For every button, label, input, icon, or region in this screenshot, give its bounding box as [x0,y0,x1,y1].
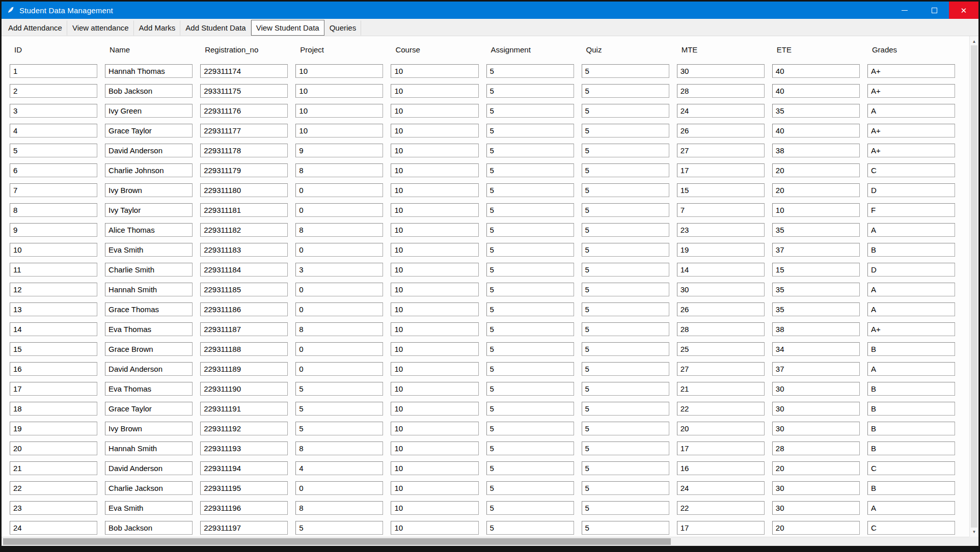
cell-id-row-23[interactable] [10,501,97,515]
cell-id-row-10[interactable] [10,243,97,257]
cell-grades-row-7[interactable] [867,183,955,197]
cell-registration_no-row-16[interactable] [200,362,288,376]
cell-id-row-21[interactable] [10,461,97,475]
cell-project-row-15[interactable] [295,342,383,356]
cell-ete-row-6[interactable] [772,163,860,177]
cell-assignment-row-8[interactable] [486,203,574,217]
tab-add-attendance[interactable]: Add Attendance [3,20,67,36]
cell-course-row-14[interactable] [391,322,478,336]
cell-id-row-22[interactable] [10,481,97,495]
cell-registration_no-row-15[interactable] [200,342,288,356]
tab-add-student-data[interactable]: Add Student Data [180,20,251,36]
cell-course-row-15[interactable] [391,342,478,356]
cell-ete-row-17[interactable] [772,382,860,396]
cell-project-row-22[interactable] [295,481,383,495]
cell-quiz-row-7[interactable] [582,183,669,197]
cell-registration_no-row-13[interactable] [200,302,288,316]
cell-course-row-23[interactable] [391,501,478,515]
cell-course-row-5[interactable] [391,144,478,157]
cell-registration_no-row-20[interactable] [200,441,288,455]
cell-quiz-row-18[interactable] [582,402,669,416]
cell-id-row-2[interactable] [10,84,97,98]
cell-ete-row-2[interactable] [772,84,860,98]
chevron-up-icon[interactable]: ▲ [970,37,978,45]
cell-registration_no-row-21[interactable] [200,461,288,475]
cell-id-row-12[interactable] [10,283,97,296]
cell-assignment-row-22[interactable] [486,481,574,495]
tab-queries[interactable]: Queries [324,20,362,36]
cell-registration_no-row-10[interactable] [200,243,288,257]
cell-id-row-13[interactable] [10,302,97,316]
cell-assignment-row-7[interactable] [486,183,574,197]
cell-ete-row-8[interactable] [772,203,860,217]
cell-ete-row-19[interactable] [772,422,860,435]
cell-project-row-24[interactable] [295,521,383,535]
cell-quiz-row-4[interactable] [582,124,669,137]
cell-id-row-24[interactable] [10,521,97,535]
cell-project-row-8[interactable] [295,203,383,217]
cell-grades-row-24[interactable] [867,521,955,535]
cell-project-row-10[interactable] [295,243,383,257]
cell-ete-row-18[interactable] [772,402,860,416]
cell-name-row-1[interactable] [105,64,193,78]
cell-registration_no-row-1[interactable] [200,64,288,78]
cell-assignment-row-11[interactable] [486,263,574,277]
cell-name-row-2[interactable] [105,84,193,98]
cell-ete-row-22[interactable] [772,481,860,495]
cell-ete-row-16[interactable] [772,362,860,376]
cell-id-row-3[interactable] [10,104,97,118]
cell-project-row-6[interactable] [295,163,383,177]
tab-add-marks[interactable]: Add Marks [134,20,181,36]
cell-course-row-12[interactable] [391,283,478,296]
cell-ete-row-15[interactable] [772,342,860,356]
cell-registration_no-row-8[interactable] [200,203,288,217]
cell-course-row-2[interactable] [391,84,478,98]
cell-grades-row-16[interactable] [867,362,955,376]
cell-grades-row-12[interactable] [867,283,955,296]
cell-ete-row-5[interactable] [772,144,860,157]
cell-course-row-24[interactable] [391,521,478,535]
cell-course-row-9[interactable] [391,223,478,237]
cell-mte-row-13[interactable] [677,302,765,316]
cell-assignment-row-10[interactable] [486,243,574,257]
cell-quiz-row-13[interactable] [582,302,669,316]
cell-mte-row-9[interactable] [677,223,765,237]
cell-registration_no-row-23[interactable] [200,501,288,515]
cell-project-row-11[interactable] [295,263,383,277]
cell-id-row-11[interactable] [10,263,97,277]
cell-registration_no-row-19[interactable] [200,422,288,435]
cell-quiz-row-17[interactable] [582,382,669,396]
cell-course-row-1[interactable] [391,64,478,78]
cell-ete-row-11[interactable] [772,263,860,277]
cell-quiz-row-5[interactable] [582,144,669,157]
cell-grades-row-23[interactable] [867,501,955,515]
vertical-scrollbar[interactable]: ▲ ▼ [969,36,978,537]
cell-quiz-row-1[interactable] [582,64,669,78]
cell-id-row-14[interactable] [10,322,97,336]
cell-name-row-8[interactable] [105,203,193,217]
cell-name-row-18[interactable] [105,402,193,416]
cell-mte-row-22[interactable] [677,481,765,495]
cell-grades-row-14[interactable] [867,322,955,336]
cell-project-row-21[interactable] [295,461,383,475]
cell-quiz-row-14[interactable] [582,322,669,336]
cell-grades-row-17[interactable] [867,382,955,396]
cell-registration_no-row-14[interactable] [200,322,288,336]
cell-mte-row-1[interactable] [677,64,765,78]
cell-course-row-10[interactable] [391,243,478,257]
cell-assignment-row-5[interactable] [486,144,574,157]
cell-id-row-8[interactable] [10,203,97,217]
cell-quiz-row-22[interactable] [582,481,669,495]
cell-course-row-8[interactable] [391,203,478,217]
cell-assignment-row-23[interactable] [486,501,574,515]
cell-assignment-row-24[interactable] [486,521,574,535]
cell-name-row-19[interactable] [105,422,193,435]
cell-ete-row-1[interactable] [772,64,860,78]
cell-mte-row-6[interactable] [677,163,765,177]
cell-assignment-row-15[interactable] [486,342,574,356]
cell-course-row-22[interactable] [391,481,478,495]
cell-name-row-5[interactable] [105,144,193,157]
cell-mte-row-8[interactable] [677,203,765,217]
cell-registration_no-row-12[interactable] [200,283,288,296]
cell-assignment-row-16[interactable] [486,362,574,376]
